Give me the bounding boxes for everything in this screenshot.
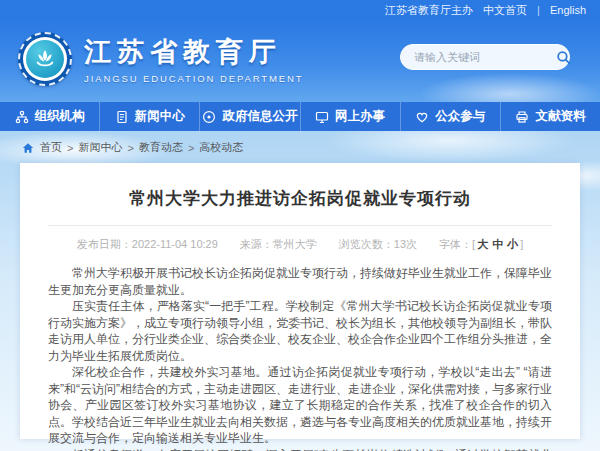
search-icon[interactable] (556, 50, 571, 65)
nav-item-label: 网上办事 (335, 108, 385, 125)
document-icon (115, 110, 129, 124)
breadcrumb-education-news[interactable]: 教育动态 (139, 140, 183, 155)
nav-item-gov-info-disclosure[interactable]: 政府信息公开 (200, 102, 300, 131)
topbar: 江苏省教育厅主办 中文首页 | English (0, 0, 600, 20)
search-box (400, 44, 570, 70)
breadcrumb: 首页 > 新闻中心 > 教育动态 > 高校动态 (0, 131, 600, 155)
breadcrumb-separator: > (188, 142, 194, 154)
topbar-link-chinese-home[interactable]: 中文首页 (483, 3, 527, 18)
brand-text: 江苏省教育厅 JIANGSU EDUCATION DEPARTMENT (84, 34, 303, 84)
nav-item-public-participation[interactable]: 公众参与 (401, 102, 501, 131)
content-background: 首页 > 新闻中心 > 教育动态 > 高校动态 常州大学大力推进访企拓岗促就业专… (0, 131, 600, 451)
article-paragraph: 畅通信息渠道，有序开展校园招聘。深入开展“春生夏长岗位精选计划”，通过学校智慧就… (48, 447, 552, 451)
article-paragraph: 压实责任主体，严格落实“一把手”工程。学校制定《常州大学书记校长访企拓岗促就业专… (48, 298, 552, 364)
breadcrumb-news-center[interactable]: 新闻中心 (78, 140, 122, 155)
logo-ring (23, 37, 67, 81)
title-divider (48, 225, 552, 226)
nav-item-documents[interactable]: 文献资料 (501, 102, 600, 131)
nav-item-online-services[interactable]: 网上办事 (301, 102, 401, 131)
page: 江苏省教育厅主办 中文首页 | English (0, 0, 600, 451)
nav-item-label: 文献资料 (535, 108, 585, 125)
nav-item-label: 公众参与 (435, 108, 485, 125)
publish-date: 发布日期：2022-11-04 10:29 (77, 238, 218, 250)
font-size-medium-button[interactable]: 中 (492, 238, 503, 250)
heart-icon (415, 110, 429, 124)
article-card: 常州大学大力推进访企拓岗促就业专项行动 发布日期：2022-11-04 10:2… (20, 163, 580, 439)
topbar-divider: | (537, 4, 540, 16)
info-circle-icon (202, 110, 216, 124)
nav-item-organization[interactable]: 组织机构 (0, 102, 100, 131)
topbar-link-english[interactable]: English (550, 4, 586, 16)
site-logo-icon (18, 32, 72, 86)
nav-item-label: 组织机构 (35, 108, 85, 125)
site-brand[interactable]: 江苏省教育厅 JIANGSU EDUCATION DEPARTMENT (18, 32, 303, 86)
search-input[interactable] (414, 51, 556, 63)
font-size-large-button[interactable]: 大 (477, 238, 488, 250)
breadcrumb-separator: > (127, 142, 133, 154)
breadcrumb-home[interactable]: 首页 (40, 140, 62, 155)
article-meta: 发布日期：2022-11-04 10:29来源：常州大学浏览次数：13次字体：[… (48, 237, 552, 252)
logo-core (26, 40, 64, 78)
article-paragraph: 常州大学积极开展书记校长访企拓岗促就业专项行动，持续做好毕业生就业工作，保障毕业… (48, 265, 552, 298)
breadcrumb-university-news[interactable]: 高校动态 (199, 140, 243, 155)
org-chart-icon (15, 110, 29, 124)
view-count: 浏览次数：13次 (339, 238, 417, 250)
article-source: 来源：常州大学 (240, 238, 317, 250)
font-size-small-button[interactable]: 小 (507, 238, 518, 250)
article-paragraph: 深化校企合作，共建校外实习基地。通过访企拓岗促就业专项行动，学校以“走出去” “… (48, 364, 552, 447)
page-title: 常州大学大力推进访企拓岗促就业专项行动 (48, 187, 552, 210)
site-title: 江苏省教育厅 (84, 34, 303, 70)
site-subtitle: JIANGSU EDUCATION DEPARTMENT (84, 73, 303, 84)
nav-item-label: 新闻中心 (135, 108, 185, 125)
printer-icon (515, 110, 529, 124)
monitor-icon (315, 110, 329, 124)
nav-item-label: 政府信息公开 (222, 108, 297, 125)
nav-item-news-center[interactable]: 新闻中心 (100, 102, 200, 131)
lotus-icon (32, 46, 58, 72)
font-size-control: 字体：[大中小] (439, 238, 523, 250)
site-header: 江苏省教育厅 JIANGSU EDUCATION DEPARTMENT (0, 20, 600, 102)
main-nav: 组织机构 新闻中心 政府信息公开 网上办事 (0, 102, 600, 131)
topbar-link-host[interactable]: 江苏省教育厅主办 (385, 3, 473, 18)
home-icon (22, 142, 34, 154)
breadcrumb-separator: > (67, 142, 73, 154)
article-body: 常州大学积极开展书记校长访企拓岗促就业专项行动，持续做好毕业生就业工作，保障毕业… (48, 265, 552, 451)
